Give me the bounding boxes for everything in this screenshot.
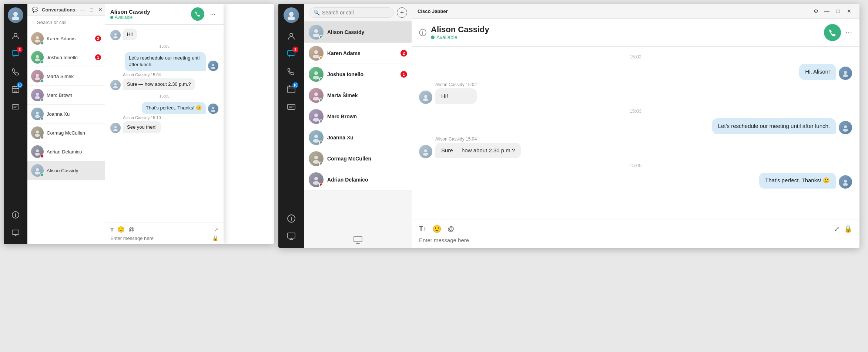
conv-maximize-btn[interactable]: □ (88, 6, 95, 13)
right-contacts: Alison Cassidy Karen Adams 2 (304, 22, 412, 232)
conv-item-joanna[interactable]: Joanna Xu (27, 105, 105, 123)
right-search-input[interactable] (322, 10, 389, 16)
right-settings-btn[interactable]: ⚙ (811, 7, 820, 16)
right-chat-info-icon[interactable] (419, 29, 426, 36)
conversations-title: Conversations (42, 7, 75, 13)
sidebar-contacts-icon[interactable] (8, 28, 23, 44)
chat-input[interactable] (110, 236, 210, 241)
svg-point-1 (12, 16, 19, 20)
svg-point-81 (424, 95, 427, 98)
right-chat-icon[interactable]: 3 (284, 46, 299, 61)
right-chat-contact-status: Available (431, 34, 820, 40)
right-screenshare-icon[interactable] (284, 229, 299, 244)
right-contact-cormag[interactable]: Cormag McCullen (304, 148, 412, 169)
conv-search-input[interactable] (33, 18, 103, 27)
right-contacts-icon[interactable] (284, 28, 299, 44)
right-info-marta: Marta Šimek (327, 92, 407, 98)
conv-list: Karen Adams 2 Joshua Ionello 1 (27, 29, 105, 244)
conv-avatar-adrian (31, 145, 44, 158)
right-call-button[interactable] (824, 24, 841, 41)
conv-item-joshua[interactable]: Joshua Ionello 1 (27, 48, 105, 67)
svg-point-39 (36, 149, 39, 152)
sidebar-phone-icon[interactable] (8, 64, 23, 79)
sidebar-info-icon[interactable] (8, 207, 23, 223)
svg-point-61 (314, 29, 318, 33)
msg-row-4: That's perfect. Thanks! 🙂 (110, 102, 218, 114)
right-more-button[interactable]: ··· (845, 28, 852, 37)
svg-point-49 (212, 107, 214, 109)
svg-point-86 (423, 153, 428, 156)
sidebar-chat-icon[interactable]: 3 (8, 46, 23, 61)
conv-item-adrian[interactable]: Adrian Delamico (27, 142, 105, 161)
conv-item-cormag[interactable]: Cormag McCullen (27, 123, 105, 142)
right-search-bar[interactable]: 🔍 (309, 7, 394, 18)
right-emoji-icon[interactable]: 🙂 (432, 224, 442, 233)
right-info-adrian: Adrian Delamico (327, 177, 407, 183)
conv-item-marc[interactable]: Marc Brown (27, 86, 105, 105)
right-close-btn[interactable]: ✕ (845, 7, 854, 16)
conv-status-marc (40, 98, 44, 101)
user-avatar[interactable] (8, 7, 23, 23)
right-mention-icon[interactable]: @ (448, 225, 454, 233)
emoji-icon[interactable]: 🙂 (117, 226, 125, 233)
conv-status-joshua (40, 60, 44, 64)
svg-point-27 (36, 36, 39, 39)
svg-point-74 (313, 160, 319, 164)
conv-status-joanna (40, 117, 44, 120)
sidebar-screenshare-icon[interactable] (8, 225, 23, 240)
conv-item-alison[interactable]: Alison Cassidy (27, 161, 105, 180)
chat-contact-name: Alison Cassidy (110, 9, 188, 15)
right-contact-karen[interactable]: Karen Adams 2 (304, 43, 412, 64)
right-add-btn[interactable]: + (397, 7, 407, 18)
right-calendar-icon[interactable]: 10 (284, 81, 299, 97)
right-info-icon[interactable] (284, 211, 299, 226)
msg-group-3: Alison Cassidy 15:04 Sure — how about 2.… (123, 72, 195, 90)
right-contact-marta[interactable]: Marta Šimek (304, 85, 412, 106)
right-name-adrian: Adrian Delamico (327, 177, 407, 183)
mention-icon[interactable]: @ (128, 226, 134, 233)
conv-minimize-btn[interactable]: — (79, 6, 86, 13)
conv-item-marta[interactable]: Marta Šimek (27, 67, 105, 86)
right-chat-panel: Cisco Jabber ⚙ — □ ✕ Alison Cassidy Avai… (412, 4, 859, 248)
chat-more-button[interactable]: ··· (207, 9, 218, 20)
right-contact-joanna[interactable]: Joanna Xu (304, 127, 412, 148)
msg-row-3: Alison Cassidy 15:04 Sure — how about 2.… (110, 72, 218, 90)
right-contact-adrian[interactable]: Adrian Delamico (304, 169, 412, 190)
conv-status-karen (40, 41, 44, 45)
right-app-title: Cisco Jabber (418, 9, 448, 14)
conv-item-karen[interactable]: Karen Adams 2 (27, 29, 105, 48)
conv-name-alison: Alison Cassidy (47, 168, 101, 173)
right-phone-icon[interactable] (284, 64, 299, 79)
sidebar-voicemail-icon[interactable] (8, 99, 23, 115)
right-avatar-joshua (309, 67, 324, 82)
right-sender-label-2: Alison Cassidy 15:02 (435, 82, 477, 87)
right-expand-icon[interactable]: ⤢ (834, 225, 839, 233)
svg-point-43 (114, 33, 117, 35)
right-chat-header-info: Alison Cassidy Available (431, 25, 820, 40)
right-msg-bubble-1: Hi, Alison! (799, 64, 836, 80)
svg-point-36 (35, 115, 40, 118)
right-contact-joshua[interactable]: Joshua Ionello 1 (304, 64, 412, 85)
right-voicemail-icon[interactable] (284, 99, 299, 115)
right-avatar-marta (309, 88, 324, 103)
conv-close-btn[interactable]: ✕ (97, 6, 104, 13)
right-screenshare-bottom-icon[interactable] (353, 235, 363, 245)
right-contact-alison[interactable]: Alison Cassidy (304, 22, 412, 43)
chat-call-button[interactable] (191, 7, 204, 21)
text-format-icon[interactable]: T (110, 226, 114, 233)
sidebar-calendar-icon[interactable]: 10 10 (8, 81, 23, 97)
svg-point-47 (114, 83, 117, 85)
right-text-format-icon[interactable]: T↑ (419, 225, 426, 233)
right-msg-bubble-5: That's perfect. Thanks! 🙂 (759, 173, 836, 189)
right-chat-contact-name: Alison Cassidy (431, 25, 820, 34)
right-minimize-btn[interactable]: — (822, 7, 831, 16)
chat-contact-status: Available (110, 15, 188, 20)
right-maximize-btn[interactable]: □ (834, 7, 842, 16)
svg-point-83 (844, 125, 847, 128)
right-info-alison: Alison Cassidy (327, 29, 407, 35)
right-user-avatar[interactable] (284, 7, 299, 23)
right-chat-input[interactable] (419, 237, 852, 243)
right-contact-marc[interactable]: Marc Brown (304, 106, 412, 127)
conv-name-marta: Marta Šimek (47, 74, 101, 79)
expand-icon[interactable]: ⤢ (214, 227, 218, 233)
